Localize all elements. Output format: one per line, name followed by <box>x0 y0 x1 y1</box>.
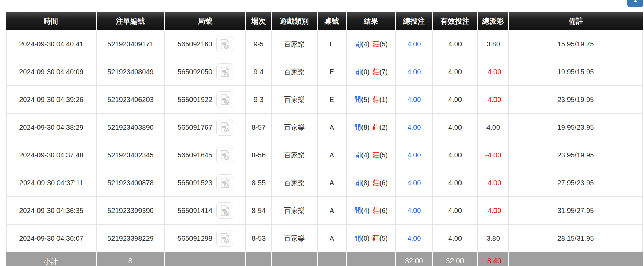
column-header-table-no: 桌號 <box>318 12 347 31</box>
cell-session: 9-3 <box>246 86 272 114</box>
cell-round-no: 565092050 <box>165 58 246 86</box>
result-player-points: (0) <box>361 68 369 76</box>
table-row: 2024-09-30 04:38:29 521923403890 5650917… <box>6 114 643 141</box>
round-number: 565091523 <box>178 179 212 187</box>
result-banker-points: (7) <box>379 68 388 76</box>
cell-payout: 4.00 <box>478 114 509 141</box>
round-number: 565091645 <box>178 151 212 159</box>
cell-remark: 15.95/19.75 <box>509 31 643 58</box>
subtotal-label: 小計 <box>6 252 97 266</box>
video-replay-button[interactable] <box>216 230 233 247</box>
cell-time: 2024-09-30 04:36:07 <box>6 225 97 252</box>
cell-table-no: A <box>318 114 347 141</box>
scroll-to-top-button[interactable] <box>627 0 643 7</box>
cell-total-bet[interactable]: 4.00 <box>396 86 433 114</box>
result-banker-points: (5) <box>379 40 388 48</box>
cell-bet-id: 521923402345 <box>97 141 165 169</box>
cell-round-no: 565091298 <box>165 225 246 252</box>
result-banker-label: 莊 <box>373 207 379 214</box>
video-file-icon <box>219 149 231 161</box>
column-header-valid-bet: 有效投注 <box>433 12 478 31</box>
cell-time: 2024-09-30 04:37:11 <box>6 169 97 197</box>
video-replay-button[interactable] <box>216 119 233 136</box>
subtotal-empty-table <box>318 252 347 266</box>
result-player-label: 閒 <box>354 207 361 214</box>
cell-total-bet[interactable]: 4.00 <box>396 114 433 141</box>
cell-remark: 28.15/31.95 <box>509 225 643 252</box>
cell-valid-bet: 4.00 <box>433 197 478 225</box>
cell-table-no: A <box>318 197 347 225</box>
cell-round-no: 565091645 <box>165 141 246 169</box>
cell-total-bet[interactable]: 4.00 <box>396 141 433 169</box>
round-number: 565092163 <box>178 40 212 48</box>
column-header-game-type: 遊戲類別 <box>272 12 318 31</box>
cell-payout: -4.00 <box>478 86 509 114</box>
cell-payout: 3.80 <box>478 225 509 252</box>
cell-session: 9-4 <box>246 58 272 86</box>
cell-time: 2024-09-30 04:39:26 <box>6 86 97 114</box>
video-file-icon <box>219 94 231 105</box>
round-number: 565092050 <box>178 68 212 76</box>
video-replay-button[interactable] <box>216 147 233 163</box>
video-replay-button[interactable] <box>216 91 233 108</box>
cell-time: 2024-09-30 04:37:48 <box>6 141 97 169</box>
result-player-points: (8) <box>361 179 369 187</box>
cell-round-no: 565092163 <box>165 31 246 58</box>
result-player-points: (0) <box>361 234 369 242</box>
result-banker: 莊(6) <box>373 207 388 214</box>
result-player-points: (4) <box>361 40 369 48</box>
video-replay-button[interactable] <box>216 63 233 80</box>
result-player-label: 閒 <box>354 123 361 131</box>
cell-total-bet[interactable]: 4.00 <box>396 169 433 197</box>
cell-game-type: 百家樂 <box>272 141 318 169</box>
table-row: 2024-09-30 04:36:35 521923399390 5650914… <box>6 197 643 225</box>
result-banker-points: (1) <box>379 96 388 103</box>
subtotal-payout: -8.40 <box>478 252 509 266</box>
round-number: 565091298 <box>178 234 212 242</box>
cell-round-no: 565091414 <box>165 197 246 225</box>
cell-remark: 19.95/23.95 <box>509 114 643 141</box>
cell-bet-id: 521923409171 <box>97 31 165 58</box>
cell-session: 8-57 <box>246 114 272 141</box>
cell-table-no: A <box>318 225 347 252</box>
result-player: 閒(4) <box>354 151 369 159</box>
cell-total-bet[interactable]: 4.00 <box>396 225 433 252</box>
result-banker-points: (2) <box>379 123 388 131</box>
cell-table-no: A <box>318 141 347 169</box>
cell-payout: -4.00 <box>478 197 509 225</box>
result-banker-label: 莊 <box>373 151 379 159</box>
result-player-label: 閒 <box>354 234 361 242</box>
cell-bet-id: 521923403890 <box>97 114 165 141</box>
column-header-payout: 總派彩 <box>478 12 509 31</box>
cell-game-type: 百家樂 <box>272 86 318 114</box>
cell-game-type: 百家樂 <box>272 225 318 252</box>
bet-records-table: 時間 注單編號 局號 場次 遊戲類別 桌號 結果 總投注 有效投注 總派彩 備註… <box>6 12 643 266</box>
column-header-total-bet: 總投注 <box>396 12 433 31</box>
result-banker-label: 莊 <box>373 96 379 103</box>
cell-bet-id: 521923406203 <box>97 86 165 114</box>
video-replay-button[interactable] <box>216 202 233 219</box>
video-replay-button[interactable] <box>216 174 233 191</box>
subtotal-total-bet: 32.00 <box>396 252 433 266</box>
result-banker-label: 莊 <box>373 179 379 187</box>
video-file-icon <box>219 121 231 133</box>
column-header-remark: 備註 <box>509 12 643 31</box>
cell-session: 8-56 <box>246 141 272 169</box>
cell-total-bet[interactable]: 4.00 <box>396 31 433 58</box>
cell-total-bet[interactable]: 4.00 <box>396 197 433 225</box>
cell-total-bet[interactable]: 4.00 <box>396 58 433 86</box>
cell-result: 閒(8)莊(6) <box>347 169 396 197</box>
table-row: 2024-09-30 04:37:11 521923400878 5650915… <box>6 169 643 197</box>
result-player-label: 閒 <box>354 68 361 76</box>
cell-game-type: 百家樂 <box>272 197 318 225</box>
cell-result: 閒(5)莊(1) <box>347 86 396 114</box>
result-player-points: (5) <box>361 96 369 103</box>
subtotal-empty-result <box>347 252 396 266</box>
result-player-label: 閒 <box>354 96 361 103</box>
result-player: 閒(8) <box>354 123 369 131</box>
video-replay-button[interactable] <box>216 36 233 52</box>
table-row: 2024-09-30 04:37:48 521923402345 5650916… <box>6 141 643 169</box>
cell-valid-bet: 4.00 <box>433 225 478 252</box>
cell-session: 8-55 <box>246 169 272 197</box>
subtotal-empty-session <box>246 252 272 266</box>
